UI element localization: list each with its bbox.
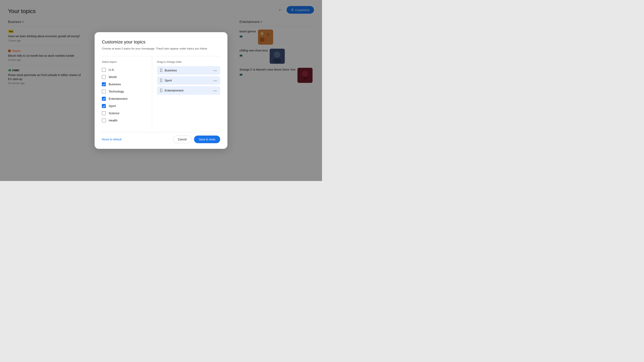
checkbox-sport[interactable] bbox=[102, 104, 106, 108]
checkbox-technology[interactable] bbox=[102, 89, 106, 93]
save-close-button[interactable]: Save & close bbox=[194, 136, 220, 143]
modal-footer: Reset to default Cancel Save & close bbox=[102, 132, 220, 143]
checkbox-us[interactable] bbox=[102, 68, 106, 72]
checkbox-science[interactable] bbox=[102, 111, 106, 115]
drag-order-panel: Drag to change order Business — bbox=[152, 56, 220, 128]
order-label-entertainment: Entertainment bbox=[164, 89, 183, 92]
topic-us[interactable]: U.S. bbox=[102, 66, 148, 73]
checkbox-world[interactable] bbox=[102, 75, 106, 79]
cancel-button[interactable]: Cancel bbox=[173, 136, 192, 143]
topic-health-label: Health bbox=[109, 119, 117, 122]
topic-sport[interactable]: Sport bbox=[102, 102, 148, 110]
order-label-sport: Sport bbox=[164, 79, 172, 82]
topic-world-label: World bbox=[109, 75, 116, 79]
drag-handle-entertainment[interactable] bbox=[160, 89, 162, 92]
modal-subtitle: Choose at least 2 topics for your homepa… bbox=[102, 47, 220, 51]
remove-business-button[interactable]: — bbox=[213, 69, 217, 72]
modal-body: Select topics U.S. World Business bbox=[102, 56, 220, 128]
topic-entertainment[interactable]: Entertainment bbox=[102, 95, 148, 102]
checkbox-business[interactable] bbox=[102, 82, 106, 86]
topic-science-label: Science bbox=[109, 111, 119, 115]
checkbox-entertainment[interactable] bbox=[102, 97, 106, 101]
drag-handle-sport[interactable] bbox=[160, 79, 162, 82]
customize-topics-modal: Customize your topics Choose at least 2 … bbox=[94, 32, 228, 149]
checkbox-health[interactable] bbox=[102, 118, 106, 122]
topic-entertainment-label: Entertainment bbox=[109, 97, 128, 100]
drag-handle-business[interactable] bbox=[160, 69, 162, 72]
order-item-business[interactable]: Business — bbox=[157, 66, 220, 75]
order-label-business: Business bbox=[164, 69, 177, 72]
footer-buttons: Cancel Save & close bbox=[173, 136, 220, 143]
topic-business-label: Business bbox=[109, 82, 121, 86]
modal-title: Customize your topics bbox=[102, 39, 220, 45]
topic-science[interactable]: Science bbox=[102, 110, 148, 117]
topic-technology-label: Technology bbox=[109, 90, 124, 93]
reset-to-default-button[interactable]: Reset to default bbox=[102, 138, 122, 141]
topic-business[interactable]: Business bbox=[102, 81, 148, 88]
drag-order-header: Drag to change order bbox=[157, 60, 220, 63]
topic-us-label: U.S. bbox=[109, 68, 114, 71]
topic-health[interactable]: Health bbox=[102, 117, 148, 124]
select-topics-header: Select topics bbox=[102, 60, 148, 63]
order-item-entertainment[interactable]: Entertainment — bbox=[157, 86, 220, 95]
remove-sport-button[interactable]: — bbox=[213, 79, 217, 82]
topic-technology[interactable]: Technology bbox=[102, 88, 148, 95]
topic-sport-label: Sport bbox=[109, 104, 116, 108]
remove-entertainment-button[interactable]: — bbox=[213, 89, 217, 92]
select-topics-panel: Select topics U.S. World Business bbox=[102, 56, 152, 128]
order-item-sport[interactable]: Sport — bbox=[157, 76, 220, 85]
modal-overlay: Customize your topics Choose at least 2 … bbox=[0, 0, 322, 181]
topic-world[interactable]: World bbox=[102, 73, 148, 81]
